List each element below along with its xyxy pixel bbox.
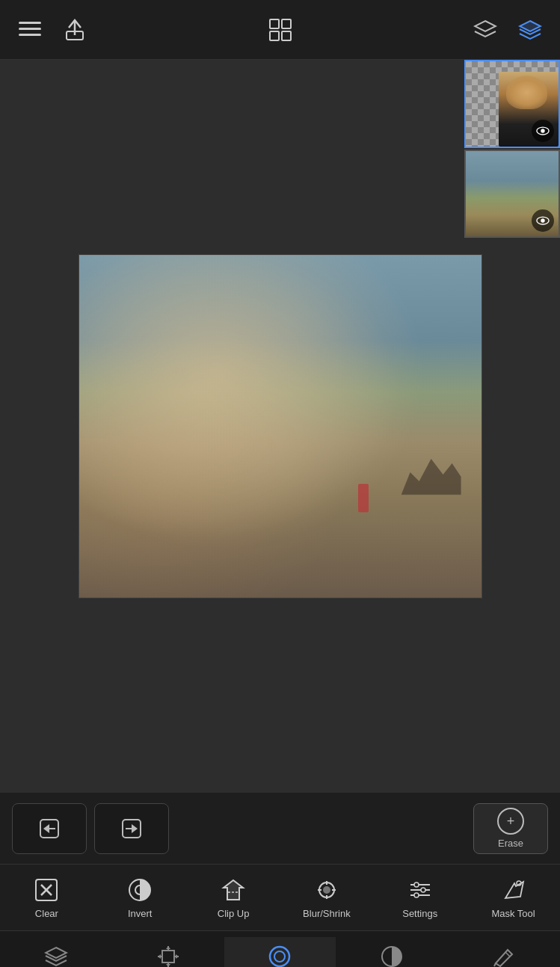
erase-button[interactable]: + Erase (473, 803, 548, 854)
erase-label: Erase (498, 838, 523, 849)
clear-label: Clear (35, 908, 58, 919)
canvas-area (0, 60, 560, 793)
svg-marker-16 (43, 824, 49, 833)
undo-button[interactable] (12, 803, 87, 854)
nav-item-mask[interactable]: Mask (224, 937, 336, 967)
nav-filter-icon (378, 943, 405, 967)
svg-marker-19 (132, 824, 138, 833)
svg-rect-8 (282, 31, 291, 40)
svg-marker-27 (224, 880, 243, 900)
clip-up-label: Clip Up (218, 908, 250, 919)
nav-transform-icon (155, 943, 182, 967)
nav-item-filter[interactable]: Filter (336, 937, 448, 967)
svg-marker-49 (166, 964, 170, 967)
toolbar-right-icons (470, 15, 545, 45)
mask-tool-blur-shrink[interactable]: Blur/Shrink (297, 877, 357, 919)
composite-canvas[interactable] (79, 254, 482, 598)
mask-tool-settings[interactable]: Settings (390, 877, 450, 919)
invert-icon (126, 877, 153, 903)
svg-rect-2 (19, 34, 41, 36)
toolbar-left-icons (15, 15, 90, 45)
list-icon[interactable] (15, 15, 45, 45)
layer-thumb-girl[interactable] (464, 60, 560, 148)
svg-point-52 (270, 947, 289, 966)
blur-shrink-icon (313, 877, 340, 903)
mask-tool-icon (500, 877, 527, 903)
svg-point-12 (541, 129, 544, 132)
nav-layers-icon (43, 943, 70, 967)
layers-panel (464, 60, 560, 238)
layers-active-icon[interactable] (515, 15, 545, 45)
nav-item-transform[interactable]: Transform (112, 937, 224, 967)
mask-tool-mask-tool[interactable]: Mask Tool (484, 877, 544, 919)
svg-point-38 (414, 882, 419, 887)
svg-point-39 (421, 888, 425, 892)
svg-marker-48 (166, 946, 170, 949)
svg-marker-50 (158, 954, 161, 959)
bottom-nav: Layers Transform Mask (0, 931, 560, 967)
nav-item-layers[interactable]: Layers (0, 937, 112, 967)
svg-rect-7 (270, 31, 279, 40)
svg-marker-42 (46, 948, 67, 958)
svg-line-56 (494, 963, 496, 966)
settings-label: Settings (402, 908, 437, 919)
clip-up-icon (220, 877, 247, 903)
svg-point-53 (274, 951, 285, 962)
svg-point-14 (541, 218, 544, 222)
svg-rect-43 (162, 951, 174, 963)
svg-marker-51 (176, 954, 179, 959)
top-toolbar (0, 0, 560, 60)
mask-tool-invert[interactable]: Invert (110, 877, 170, 919)
svg-point-30 (323, 886, 330, 894)
svg-marker-9 (475, 21, 496, 31)
layer-thumb-beach[interactable] (464, 150, 560, 238)
svg-point-40 (414, 893, 419, 897)
svg-rect-0 (19, 22, 41, 24)
mask-tool-clear[interactable]: Clear (16, 877, 76, 919)
layers-stack-icon[interactable] (470, 15, 500, 45)
svg-marker-10 (520, 21, 541, 31)
layer-eye-girl[interactable] (532, 120, 554, 142)
clear-icon (33, 877, 60, 903)
share-icon[interactable] (60, 15, 90, 45)
mask-tool-label: Mask Tool (491, 908, 535, 919)
child-figure (358, 484, 369, 512)
nav-mask-icon (266, 943, 293, 967)
tools-row: + Erase (0, 793, 560, 864)
mask-tools-row: Clear Invert Clip Up (0, 864, 560, 931)
redo-button[interactable] (94, 803, 169, 854)
nav-editor-icon (490, 943, 517, 967)
svg-line-55 (505, 952, 510, 957)
erase-icon: + (497, 808, 524, 835)
svg-rect-5 (270, 19, 279, 28)
mask-tool-clip-up[interactable]: Clip Up (203, 877, 263, 919)
invert-label: Invert (128, 908, 153, 919)
blur-shrink-label: Blur/Shrink (303, 908, 351, 919)
settings-icon (407, 877, 434, 903)
svg-rect-1 (19, 28, 41, 30)
grid-icon[interactable] (265, 15, 295, 45)
nav-item-editor[interactable]: Editor (448, 937, 560, 967)
svg-rect-6 (282, 19, 291, 28)
layer-eye-beach[interactable] (532, 209, 554, 232)
